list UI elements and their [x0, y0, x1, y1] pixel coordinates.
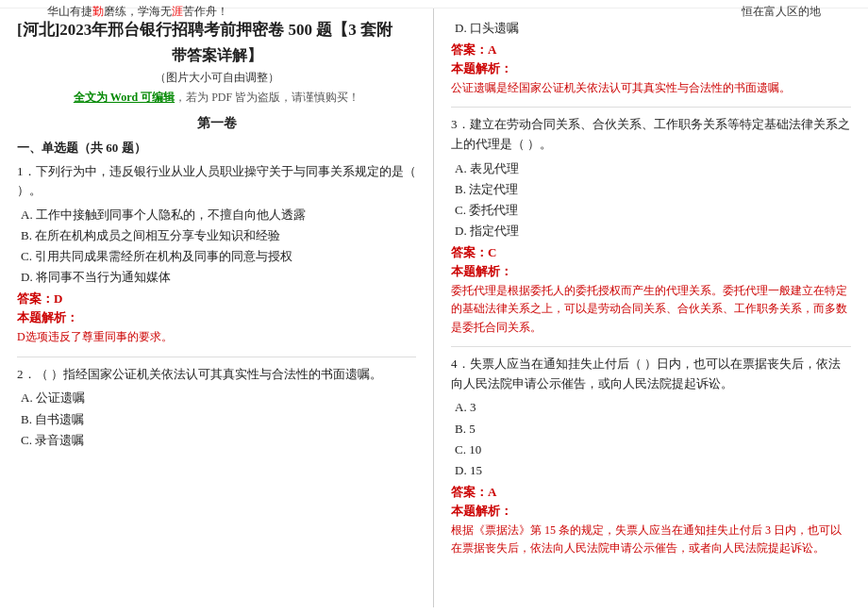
- section-title: 第一卷: [17, 115, 416, 132]
- q2-right-block: D. 口头遗嘱 答案：A 本题解析： 公证遗嘱是经国家公证机关依法认可其真实性与…: [451, 18, 851, 97]
- question-2-text: 2．（ ）指经国家公证机关依法认可其真实性与合法性的书面遗嘱。: [17, 365, 416, 385]
- doc-title: [河北]2023年邢台银行招聘考前押密卷 500 题【3 套附: [17, 18, 416, 42]
- q3-option-c: C. 委托代理: [455, 200, 851, 221]
- top-banner: 华山有捷勤磨练，学海无涯苦作舟！ 恒在富人区的地: [0, 0, 868, 8]
- question-2: 2．（ ）指经国家公证机关依法认可其真实性与合法性的书面遗嘱。 A. 公证遗嘱 …: [17, 365, 416, 451]
- q2-answer: 答案：A: [451, 41, 851, 58]
- q1-analysis-title: 本题解析：: [17, 309, 416, 326]
- q1-option-a: A. 工作中接触到同事个人隐私的，不擅自向他人透露: [21, 205, 416, 225]
- word-link[interactable]: 全文为 Word 可编辑: [74, 91, 175, 104]
- link-suffix: ，若为 PDF 皆为盗版，请谨慎购买！: [175, 91, 359, 104]
- question-4-text: 4．失票人应当在通知挂失止付后（ ）日内，也可以在票据丧失后，依法向人民法院申请…: [451, 355, 851, 394]
- q3-option-a: A. 表见代理: [455, 158, 851, 179]
- q1-option-c: C. 引用共同成果需经所在机构及同事的同意与授权: [21, 246, 416, 267]
- question-1: 1．下列行为中，违反银行业从业人员职业操守关于与同事关系规定的是（ ）。 A. …: [17, 162, 416, 347]
- q4-answer: 答案：A: [451, 484, 851, 501]
- q3-option-b: B. 法定代理: [455, 179, 851, 200]
- q4-option-b: B. 5: [455, 419, 851, 440]
- question-4: 4．失票人应当在通知挂失止付后（ ）日内，也可以在票据丧失后，依法向人民法院申请…: [451, 355, 851, 557]
- q4-analysis: 根据《票据法》第 15 条的规定，失票人应当在通知挂失止付后 3 日内，也可以在…: [451, 522, 851, 557]
- q1-answer: 答案：D: [17, 290, 416, 307]
- q3-analysis: 委托代理是根据委托人的委托授权而产生的代理关系。委托代理一般建立在特定的基础法律…: [451, 282, 851, 337]
- q4-option-d: D. 15: [455, 460, 851, 481]
- divider-r1: [451, 107, 851, 108]
- doc-link-line: 全文为 Word 可编辑，若为 PDF 皆为盗版，请谨慎购买！: [17, 90, 416, 106]
- right-slogan: 恒在富人区的地: [742, 4, 821, 20]
- q4-analysis-title: 本题解析：: [451, 503, 851, 520]
- q2-option-a: A. 公证遗嘱: [21, 388, 416, 408]
- question-1-text: 1．下列行为中，违反银行业从业人员职业操守关于与同事关系规定的是（ ）。: [17, 162, 416, 202]
- main-layout: [河北]2023年邢台银行招聘考前押密卷 500 题【3 套附 带答案详解】 （…: [0, 8, 868, 607]
- q1-analysis: D选项违反了尊重同事的要求。: [17, 328, 416, 346]
- question-3-text: 3．建立在劳动合同关系、合伙关系、工作职务关系等特定基础法律关系之上的代理是（ …: [451, 115, 851, 155]
- part-title: 一、单选题（共 60 题）: [17, 140, 416, 157]
- q3-analysis-title: 本题解析：: [451, 263, 851, 280]
- q2-option-d: D. 口头遗嘱: [455, 18, 851, 39]
- right-column: D. 口头遗嘱 答案：A 本题解析： 公证遗嘱是经国家公证机关依法认可其真实性与…: [434, 8, 868, 607]
- q2-option-c: C. 录音遗嘱: [21, 430, 416, 451]
- left-slogan: 华山有捷勤磨练，学海无涯苦作舟！: [47, 4, 228, 20]
- doc-note: （图片大小可自由调整）: [17, 70, 416, 86]
- doc-subtitle: 带答案详解】: [17, 46, 416, 66]
- q3-answer: 答案：C: [451, 244, 851, 261]
- q4-option-c: C. 10: [455, 440, 851, 460]
- divider-r2: [451, 346, 851, 347]
- q2-option-b: B. 自书遗嘱: [21, 409, 416, 430]
- q1-option-d: D. 将同事不当行为通知媒体: [21, 267, 416, 288]
- q2-analysis-title: 本题解析：: [451, 60, 851, 77]
- question-3: 3．建立在劳动合同关系、合伙关系、工作职务关系等特定基础法律关系之上的代理是（ …: [451, 115, 851, 337]
- q2-analysis: 公证遗嘱是经国家公证机关依法认可其真实性与合法性的书面遗嘱。: [451, 79, 851, 97]
- q3-option-d: D. 指定代理: [455, 221, 851, 241]
- divider-1: [17, 357, 416, 357]
- left-column: [河北]2023年邢台银行招聘考前押密卷 500 题【3 套附 带答案详解】 （…: [0, 8, 434, 607]
- q1-option-b: B. 在所在机构成员之间相互分享专业知识和经验: [21, 225, 416, 246]
- q4-option-a: A. 3: [455, 397, 851, 418]
